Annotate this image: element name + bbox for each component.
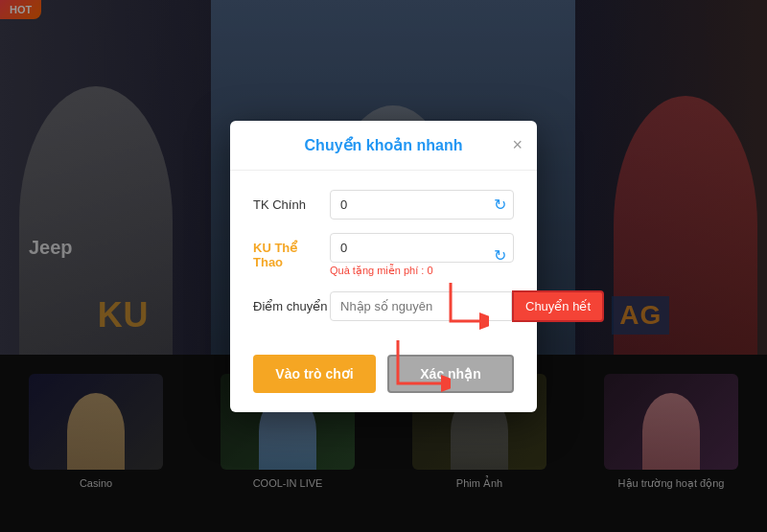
modal-body: TK Chính ↻ KU ThểThao ↻ Quà tặng miễn ph… <box>230 171 537 355</box>
tk-chinh-label: TK Chính <box>253 197 330 212</box>
modal-overlay: Chuyển khoản nhanh × TK Chính ↻ KU ThểTh… <box>0 0 767 532</box>
diem-chuyen-row: Điểm chuyển Chuyển hết <box>253 290 514 322</box>
modal-header: Chuyển khoản nhanh × <box>230 121 537 171</box>
refresh-ku-icon[interactable]: ↻ <box>494 245 506 264</box>
tk-chinh-input[interactable] <box>330 190 514 220</box>
xac-nhan-button[interactable]: Xác nhận <box>387 355 514 393</box>
gift-text: Quà tặng miễn phí : 0 <box>330 265 514 277</box>
refresh-tk-chinh-icon[interactable]: ↻ <box>494 196 506 214</box>
tk-chinh-input-wrap: ↻ <box>330 190 514 220</box>
ku-the-thao-input[interactable] <box>330 233 514 263</box>
vao-tro-choi-button[interactable]: Vào trò chơi <box>253 355 376 393</box>
modal-title: Chuyển khoản nhanh <box>305 136 463 154</box>
diem-chuyen-input[interactable] <box>330 291 512 321</box>
ku-the-thao-label: KU ThểThao <box>253 241 330 269</box>
modal-footer: Vào trò chơi Xác nhận <box>230 355 537 412</box>
ku-the-thao-row: KU ThểThao ↻ Quà tặng miễn phí : 0 <box>253 233 514 277</box>
tk-chinh-row: TK Chính ↻ <box>253 190 514 220</box>
diem-chuyen-label: Điểm chuyển <box>253 299 330 313</box>
ku-the-thao-input-wrap: ↻ Quà tặng miễn phí : 0 <box>330 233 514 277</box>
modal-dialog: Chuyển khoản nhanh × TK Chính ↻ KU ThểTh… <box>230 121 537 412</box>
close-icon[interactable]: × <box>512 136 523 153</box>
chuyen-het-button[interactable]: Chuyển hết <box>512 290 604 322</box>
